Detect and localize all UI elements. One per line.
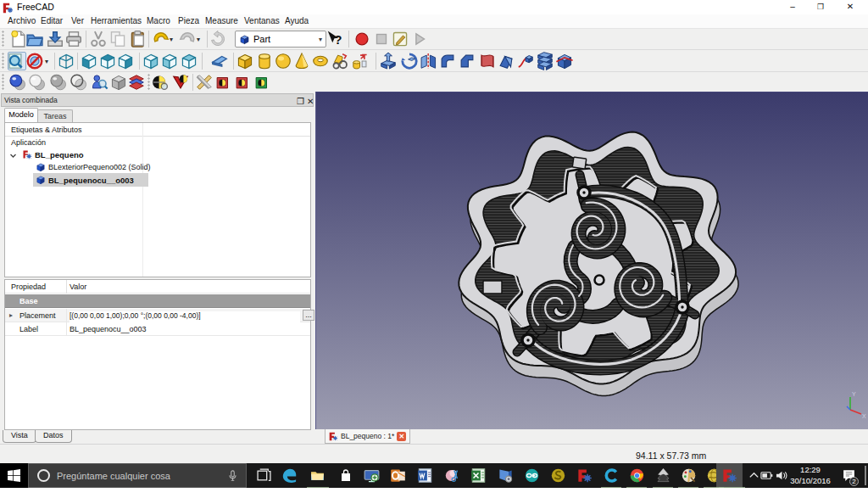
svg-text:X: X bbox=[862, 413, 866, 419]
svg-text:?: ? bbox=[334, 32, 342, 47]
svg-text:Y: Y bbox=[852, 391, 856, 397]
